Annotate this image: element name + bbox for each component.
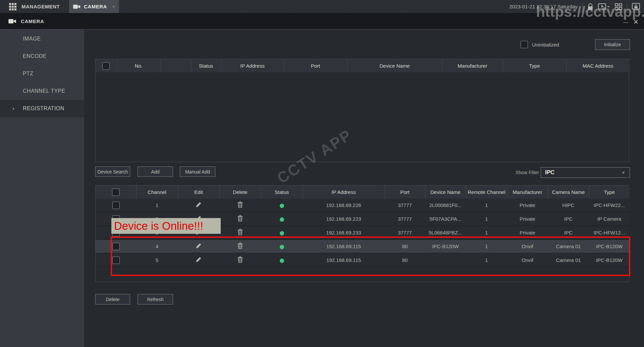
col-remote-channel: Remote Channel (466, 186, 507, 199)
screen-lock-icon[interactable] (632, 3, 640, 10)
sidebar-item-image[interactable]: IMAGE (0, 30, 84, 48)
sidebar-item-registration[interactable]: › REGISTRATION (0, 100, 84, 117)
port-cell: 37777 (398, 216, 412, 222)
manufacturer-cell: Private (520, 202, 535, 208)
col-status: Status (261, 186, 303, 199)
device-name-cell: 5F07A3CPA... (430, 216, 462, 222)
camera-name-cell: IPC (564, 230, 573, 235)
multi-screen-icon[interactable] (615, 3, 622, 10)
manual-add-button[interactable]: Manual Add (180, 166, 215, 177)
device-search-button[interactable]: Device Search (95, 166, 130, 177)
window-titlebar: CAMERA — ✕ (0, 13, 644, 29)
status-online-dot (280, 204, 284, 208)
row-checkbox[interactable] (112, 202, 120, 209)
delete-trash-icon[interactable] (237, 229, 243, 236)
sidebar-item-label: REGISTRATION (23, 106, 64, 112)
camera-tab-label: CAMERA (84, 4, 107, 9)
delete-trash-icon[interactable] (237, 256, 243, 264)
manufacturer-cell: Onvif (522, 257, 533, 263)
col-no: No. (117, 59, 161, 72)
divider (582, 3, 583, 10)
row-checkbox[interactable] (112, 257, 120, 264)
table-row[interactable]: 1 192.168.69.226 37777 2L000881F0... 1 P… (96, 199, 630, 212)
col-camera-name: Camera Name (548, 186, 589, 199)
camera-tab[interactable]: CAMERA × (69, 0, 119, 13)
uninitialized-checkbox[interactable] (521, 41, 528, 48)
status-online-dot (280, 231, 284, 235)
uninitialized-label: Uninitialized (532, 42, 559, 48)
sidebar-item-encode[interactable]: ENCODE (0, 48, 84, 65)
lock-icon[interactable] (587, 3, 593, 10)
col-type: Type (589, 186, 630, 199)
select-all-checkbox[interactable] (112, 189, 119, 196)
remote-channel-cell: 1 (485, 216, 488, 222)
device-name-cell: 5L06848PBZ... (429, 230, 462, 235)
divider (627, 3, 627, 10)
col-manufacturer: Manufacturer (442, 59, 503, 72)
type-cell: IPC-B120W (596, 257, 623, 263)
port-cell: 37777 (398, 230, 412, 235)
sidebar-item-label: IMAGE (23, 36, 41, 42)
management-tab-label: MANAGEMENT (21, 4, 60, 9)
display-output-icon[interactable] (598, 3, 610, 10)
tab-close-icon[interactable]: × (112, 4, 115, 9)
table-header-row: No. Status IP Address Port Device Name M… (96, 59, 630, 72)
col-type: Type (503, 59, 566, 72)
chevron-down-icon: ▼ (621, 170, 626, 175)
camera-name-cell: IPC (564, 216, 573, 222)
row-checkbox[interactable] (112, 243, 120, 250)
close-button[interactable]: ✕ (633, 19, 639, 25)
edit-pencil-icon[interactable] (195, 201, 202, 209)
window-title: CAMERA (21, 18, 44, 24)
manufacturer-cell: Private (520, 216, 535, 222)
table-header-row: Channel Edit Delete Status IP Address Po… (96, 186, 630, 199)
initialize-button[interactable]: Initialize (595, 39, 630, 50)
remote-channel-cell: 1 (485, 230, 488, 235)
show-filter-dropdown[interactable]: IPC ▼ (541, 167, 630, 178)
delete-trash-icon[interactable] (237, 215, 243, 223)
delete-trash-icon[interactable] (237, 201, 243, 209)
show-filter-value: IPC (545, 169, 554, 176)
col-status: Status (191, 59, 221, 72)
select-all-checkbox[interactable] (102, 62, 110, 70)
table-row[interactable]: 5 192.168.69.115 80 1 Onvif Camera 01 IP… (96, 253, 630, 267)
type-cell: IPC-HFW22... (594, 202, 625, 208)
remote-channel-cell: 1 (485, 202, 488, 208)
edit-pencil-icon[interactable] (195, 242, 202, 250)
status-online-dot (280, 217, 284, 222)
management-tab[interactable]: MANAGEMENT (9, 0, 60, 13)
table-row[interactable]: 4 192.168.69.115 80 IPC-B120W 1 Onvif Ca… (96, 239, 630, 253)
delete-button[interactable]: Delete (95, 294, 130, 304)
sidebar-item-channel-type[interactable]: CHANNEL TYPE (0, 82, 84, 100)
channel-cell: 4 (156, 244, 158, 249)
device-name-cell: IPC-B120W (432, 244, 459, 249)
screen: MANAGEMENT CAMERA × 2023-01-21 22:36:17 … (0, 0, 644, 347)
chevron-right-icon: › (12, 106, 14, 112)
remote-channel-cell: 1 (485, 257, 488, 263)
device-name-cell: 2L000881F0... (429, 202, 462, 208)
top-bar: MANAGEMENT CAMERA × 2023-01-21 22:36:17 … (0, 0, 644, 13)
minimize-button[interactable]: — (623, 19, 628, 25)
annotation-note: Device is Online!!! (111, 218, 221, 234)
ip-cell: 192.168.69.233 (326, 230, 361, 235)
add-button[interactable]: Add (138, 166, 173, 177)
apps-grid-icon (9, 3, 16, 10)
type-cell: IP Camera (597, 216, 621, 222)
ip-cell: 192.168.69.115 (326, 244, 361, 249)
type-cell: IPC-HFW12... (594, 230, 625, 235)
col-blank (161, 59, 191, 72)
edit-pencil-icon[interactable] (195, 256, 202, 264)
col-edit: Edit (178, 186, 219, 199)
status-online-dot (280, 245, 284, 249)
sidebar: IMAGE ENCODE PTZ CHANNEL TYPE › REGISTRA… (0, 29, 84, 347)
col-manufacturer: Manufacturer (507, 186, 548, 199)
port-cell: 80 (402, 257, 408, 263)
sidebar-item-label: CHANNEL TYPE (23, 88, 65, 94)
refresh-button[interactable]: Refresh (138, 294, 173, 304)
col-port: Port (385, 186, 425, 199)
ip-cell: 192.168.69.226 (326, 202, 361, 208)
manufacturer-cell: Onvif (522, 244, 533, 249)
delete-trash-icon[interactable] (237, 242, 243, 250)
sidebar-item-ptz[interactable]: PTZ (0, 65, 84, 82)
ip-cell: 192.168.69.223 (326, 216, 361, 222)
